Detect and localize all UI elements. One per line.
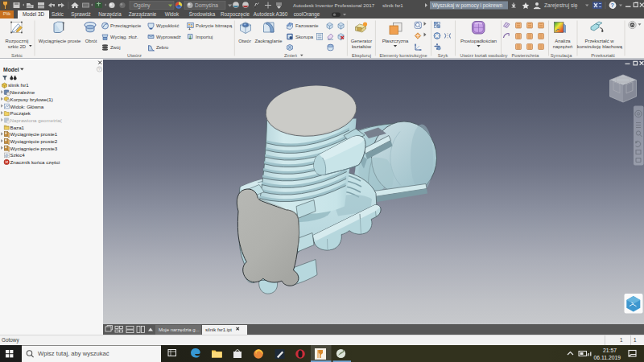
svg-text:21:57: 21:57 [603, 348, 617, 353]
svg-text:06.11.2019: 06.11.2019 [593, 355, 621, 360]
svg-text:Ogólny: Ogólny [134, 2, 151, 9]
svg-text:Wyciągnięcie proste3: Wyciągnięcie proste3 [10, 145, 58, 150]
svg-text:Prostopadłościan: Prostopadłościan [460, 38, 497, 43]
svg-text:Znacznik końca części: Znacznik końca części [10, 159, 60, 165]
svg-text:Początek: Początek [10, 110, 31, 116]
svg-text:Płaszczyzna: Płaszczyzna [382, 38, 409, 43]
svg-text:Skorupa: Skorupa [295, 34, 314, 39]
svg-text:Fazowanie: Fazowanie [295, 23, 319, 28]
svg-text:Przekształć w: Przekształć w [584, 38, 614, 43]
svg-text:Autodesk Inventor Professional: Autodesk Inventor Professional 2017 [293, 2, 375, 8]
svg-text:Naprawiona geometria(: Naprawiona geometria( [10, 117, 63, 122]
svg-text:Domyślna: Domyślna [195, 2, 218, 9]
svg-text:Obrót: Obrót [85, 38, 97, 43]
svg-text:Baza1: Baza1 [10, 124, 25, 130]
svg-text:Rozpocznij: Rozpocznij [6, 38, 29, 43]
svg-text:szkic 2D: szkic 2D [8, 44, 26, 49]
svg-text:Importuj: Importuj [196, 34, 213, 39]
svg-text:Wpisz tutaj, aby wyszukać: Wpisz tutaj, aby wyszukać [38, 350, 109, 357]
svg-text:Eksploruj: Eksploruj [352, 53, 371, 58]
svg-text:Szkic: Szkic [11, 53, 23, 58]
svg-text:konstrukcję blachową: konstrukcję blachową [577, 44, 623, 49]
svg-text:Wyciągnięcie proste: Wyciągnięcie proste [39, 38, 81, 43]
svg-text:Zaokrąglanie: Zaokrąglanie [254, 38, 283, 43]
svg-text:Zarejestruj się: Zarejestruj się [544, 2, 578, 9]
svg-text:slinik fsr1: slinik fsr1 [8, 82, 29, 88]
svg-text:Szkic4: Szkic4 [10, 152, 26, 158]
svg-text:Model: Model [3, 66, 19, 72]
svg-text:Wyciągnięcie proste1: Wyciągnięcie proste1 [10, 131, 58, 137]
svg-text:?: ? [98, 67, 101, 72]
svg-text:Widok: Główna: Widok: Główna [10, 103, 44, 109]
svg-text:Szyk: Szyk [438, 53, 448, 58]
svg-text:silnik fsr1.ipt: silnik fsr1.ipt [205, 327, 232, 332]
svg-text:Wyciąg. złoż.: Wyciąg. złoż. [110, 34, 138, 39]
svg-text:Wypukłość: Wypukłość [156, 23, 179, 28]
svg-text:Powierzchnia: Powierzchnia [512, 53, 540, 58]
svg-text:Zebro: Zebro [156, 45, 169, 50]
svg-text:Utwórz kształt swobodny: Utwórz kształt swobodny [460, 53, 508, 58]
svg-text:Zwój: Zwój [110, 45, 120, 50]
svg-text:?: ? [611, 2, 614, 8]
svg-text:Utwórz: Utwórz [127, 53, 142, 58]
svg-text:Symulacja: Symulacja [551, 53, 573, 58]
svg-text:Przeciągnięcie: Przeciągnięcie [110, 23, 142, 28]
svg-text:Otwór: Otwór [238, 38, 251, 43]
svg-text:Wyszukaj w pomocy i pokrewn: Wyszukaj w pomocy i pokrewn [432, 2, 502, 9]
svg-text:Analiza: Analiza [555, 38, 571, 43]
svg-text:Generator: Generator [351, 38, 373, 43]
svg-text:Elementy konstrukcyjne: Elementy konstrukcyjne [379, 53, 427, 58]
svg-text:Przekształć: Przekształć [591, 53, 615, 58]
svg-text:Niezależne: Niezależne [10, 89, 35, 95]
svg-text:kształtów: kształtów [352, 44, 372, 49]
svg-text:Moje narzędzia g...: Moje narzędzia g... [159, 327, 200, 332]
svg-text:Zmień: Zmień [284, 53, 297, 58]
svg-text:Wyprowadź: Wyprowadź [156, 34, 181, 39]
svg-text:Korpusy bryłowe(1): Korpusy bryłowe(1) [10, 96, 53, 101]
svg-text:Wyciągnięcie proste2: Wyciągnięcie proste2 [10, 138, 58, 144]
svg-text:naprężeń: naprężeń [553, 44, 573, 49]
svg-text:slinik fsr1: slinik fsr1 [382, 2, 403, 8]
svg-text:Pokrycie bitmapą: Pokrycie bitmapą [196, 23, 233, 28]
